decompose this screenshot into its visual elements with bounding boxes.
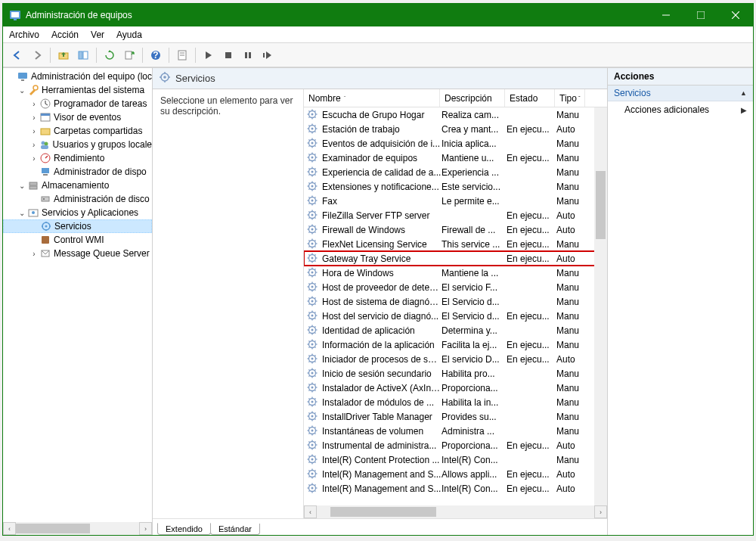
forward-button[interactable] [29, 47, 45, 64]
svg-line-218 [308, 340, 309, 341]
tree-programador[interactable]: › Programador de tareas [3, 97, 152, 110]
service-row[interactable]: Intel(R) Management and S...Allows appli… [304, 467, 607, 481]
export-button[interactable] [121, 47, 138, 64]
service-row[interactable]: FileZilla Server FTP serverEn ejecu...Au… [304, 208, 607, 222]
actions-section-servicios[interactable]: Servicios ▲ [608, 86, 753, 101]
stop-button[interactable] [220, 47, 237, 64]
service-row[interactable]: Host de sistema de diagnós...El Servicio… [304, 294, 607, 309]
service-description: El servicio F... [442, 282, 507, 293]
service-row[interactable]: Experiencia de calidad de a...Experienci… [304, 165, 607, 179]
service-row[interactable]: Estación de trabajoCrea y mant...En ejec… [304, 122, 607, 136]
service-row[interactable]: Iniciador de procesos de ser...El servic… [304, 352, 607, 366]
service-row[interactable]: Inicio de sesión secundarioHabilita pro.… [304, 366, 607, 381]
service-row[interactable]: Examinador de equiposMantiene u...En eje… [304, 151, 607, 165]
service-row[interactable]: Instantáneas de volumenAdministra ...Man… [304, 424, 607, 438]
column-descripcion[interactable]: Descripción [440, 89, 505, 107]
service-row[interactable]: Información de la aplicaciónFacilita la … [304, 337, 607, 352]
svg-line-238 [308, 369, 309, 370]
tab-estandar[interactable]: Estándar [210, 524, 260, 535]
column-estado[interactable]: Estado [505, 89, 555, 107]
service-startup-type: Auto [556, 469, 587, 480]
service-row[interactable]: Host del servicio de diagnó...El Servici… [304, 309, 607, 323]
back-button[interactable] [9, 47, 26, 64]
service-row[interactable]: Eventos de adquisición de i...Inicia apl… [304, 136, 607, 151]
service-description: This service ... [442, 239, 507, 250]
svg-line-289 [314, 447, 315, 448]
help-button[interactable]: ? [147, 47, 164, 64]
play-button[interactable] [200, 47, 217, 64]
service-row[interactable]: Extensiones y notificacione...Este servi… [304, 179, 607, 194]
svg-line-169 [314, 275, 315, 275]
menu-ver[interactable]: Ver [91, 30, 104, 40]
service-startup-type: Manu [556, 153, 587, 163]
tree-controlwmi[interactable]: Control WMI [3, 233, 152, 247]
tree-visor[interactable]: › Visor de eventos [3, 110, 152, 124]
service-row[interactable]: Identidad de aplicaciónDetermina y...Man… [304, 323, 607, 337]
service-row[interactable]: Firewall de WindowsFirewall de ...En eje… [304, 222, 607, 237]
svg-line-108 [308, 182, 309, 183]
event-viewer-icon [39, 111, 51, 123]
service-row[interactable]: InstallDriver Table ManagerProvides su..… [304, 409, 607, 424]
tree-rendimiento[interactable]: › Rendimiento [3, 151, 152, 165]
service-row[interactable]: Intel(R) Management and S...Intel(R) Con… [304, 481, 607, 496]
show-hide-tree-button[interactable] [75, 47, 91, 64]
service-row[interactable]: Instalador de ActiveX (AxIns...Proporcio… [304, 381, 607, 395]
menu-accion[interactable]: Acción [51, 30, 79, 40]
service-gear-icon [307, 238, 319, 250]
svg-line-90 [314, 154, 315, 154]
menu-archivo[interactable]: Archivo [9, 30, 39, 40]
svg-rect-38 [42, 197, 49, 201]
service-row[interactable]: Host de proveedor de detec...El servicio… [304, 280, 607, 294]
tree-msgqueue[interactable]: › Message Queue Server [3, 247, 152, 260]
service-startup-type: Manu [556, 383, 587, 393]
svg-point-133 [311, 228, 314, 230]
toolbar: ? [3, 43, 753, 67]
maximize-button[interactable] [683, 4, 718, 26]
service-row[interactable]: FaxLe permite e...Manu [304, 194, 607, 208]
tree-carpetas[interactable]: › Carpetas compartidas [3, 124, 152, 138]
service-row[interactable]: Escucha de Grupo HogarRealiza cam...Manu [304, 107, 607, 122]
restart-button[interactable] [259, 47, 276, 64]
properties-button[interactable] [174, 47, 191, 64]
service-row[interactable]: Instrumental de administra...Proporciona… [304, 438, 607, 452]
svg-point-83 [311, 156, 314, 158]
svg-line-58 [308, 110, 309, 111]
view-tabs: Extendido Estándar [153, 518, 607, 535]
minimize-button[interactable] [649, 4, 683, 26]
pause-button[interactable] [240, 47, 256, 64]
tree-servapps[interactable]: ⌄ Servicios y Aplicaciones [3, 206, 152, 219]
tree-admdispo[interactable]: Administrador de dispo [3, 165, 152, 179]
svg-point-273 [311, 429, 314, 431]
menu-ayuda[interactable]: Ayuda [116, 30, 142, 40]
list-vertical-scrollbar[interactable] [594, 107, 607, 505]
column-nombre[interactable]: Nombreˆ [304, 89, 440, 107]
tree-usuarios[interactable]: › Usuarios y grupos locale [3, 138, 152, 151]
svg-point-153 [311, 257, 314, 259]
window-title: Administración de equipos [26, 10, 649, 20]
up-folder-button[interactable] [55, 47, 72, 64]
service-status: En ejecu... [507, 153, 556, 163]
tree-horizontal-scrollbar[interactable]: ‹› [3, 522, 152, 535]
service-row[interactable]: Gateway Tray ServiceEn ejecu...Auto [304, 251, 607, 266]
service-row[interactable]: Instalador de módulos de ...Habilita la … [304, 395, 607, 409]
service-row[interactable]: FlexNet Licensing ServiceThis service ..… [304, 237, 607, 251]
column-tipo[interactable]: Tipoˆ [555, 89, 585, 107]
menubar: Archivo Acción Ver Ayuda [3, 26, 753, 43]
close-button[interactable] [718, 4, 753, 26]
actions-item-adicionales[interactable]: Acciones adicionales ▶ [608, 101, 753, 118]
svg-line-269 [314, 418, 315, 419]
tree-admdisc[interactable]: Administración de disco [3, 192, 152, 206]
tab-extendido[interactable]: Extendido [157, 523, 211, 535]
tree-herramientas[interactable]: ⌄ Herramientas del sistema [3, 83, 152, 97]
tree-servicios[interactable]: Servicios [3, 219, 152, 233]
refresh-button[interactable] [101, 47, 118, 64]
tree-almacenamiento[interactable]: ⌄ Almacenamiento [3, 179, 152, 192]
svg-line-91 [308, 160, 309, 160]
service-row[interactable]: Hora de WindowsMantiene la ...Manu [304, 266, 607, 280]
tree-root[interactable]: Administración del equipo (loc [3, 70, 152, 83]
service-row[interactable]: Intel(R) Content Protection ...Intel(R) … [304, 452, 607, 467]
svg-line-290 [314, 441, 315, 442]
svg-line-220 [314, 340, 315, 341]
svg-line-160 [314, 254, 315, 255]
list-horizontal-scrollbar[interactable]: ‹ › [304, 505, 607, 518]
